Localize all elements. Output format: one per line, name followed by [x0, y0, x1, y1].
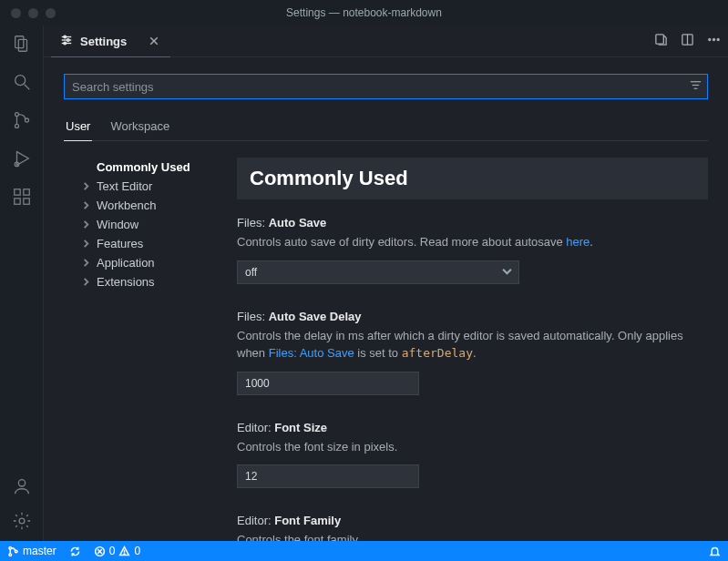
settings-tab-icon — [60, 34, 73, 49]
scope-tabs: User Workspace — [64, 116, 708, 141]
svg-point-33 — [9, 553, 12, 556]
setting-title: Files: Auto Save Delay — [237, 310, 708, 323]
traffic-close[interactable] — [11, 8, 21, 18]
more-actions-icon[interactable] — [707, 33, 721, 49]
activitybar — [0, 26, 44, 541]
chevron-right-icon — [82, 182, 91, 190]
setting-title: Editor: Font Size — [237, 421, 708, 434]
svg-point-14 — [19, 518, 25, 524]
svg-rect-0 — [15, 36, 23, 48]
statusbar: master 0 0 — [0, 541, 728, 561]
setting-title: Editor: Font Family — [237, 514, 708, 527]
chevron-right-icon — [82, 201, 91, 209]
chevron-right-icon — [82, 259, 91, 267]
gear-icon[interactable] — [11, 510, 33, 532]
setting-description: Controls auto save of dirty editors. Rea… — [237, 233, 708, 251]
setting-editor-font-family: Editor: Font Family Controls the font fa… — [237, 514, 708, 541]
autosave-docs-link[interactable]: here — [566, 235, 590, 249]
main: Settings — [0, 26, 728, 541]
svg-rect-12 — [23, 189, 28, 195]
svg-point-13 — [18, 480, 25, 486]
traffic-minimize[interactable] — [28, 8, 38, 18]
tab-workspace[interactable]: Workspace — [108, 116, 171, 140]
titlebar: Settings — notebook-markdown — [0, 0, 728, 26]
settings-search — [64, 74, 708, 99]
status-sync[interactable] — [69, 546, 81, 557]
tab-settings[interactable]: Settings — [51, 26, 170, 56]
tab-user[interactable]: User — [64, 116, 92, 140]
status-branch[interactable]: master — [7, 545, 56, 557]
svg-rect-23 — [656, 35, 663, 44]
settings-content: Commonly Used Text Editor Workbench Wind… — [64, 158, 708, 541]
svg-point-39 — [124, 553, 125, 554]
svg-rect-1 — [18, 39, 26, 51]
toc-text-editor[interactable]: Text Editor — [64, 177, 219, 196]
toc-window[interactable]: Window — [64, 215, 219, 234]
svg-point-32 — [9, 546, 12, 549]
setting-editor-font-size: Editor: Font Size Controls the font size… — [237, 421, 708, 489]
section-header: Commonly Used — [237, 158, 708, 199]
setting-files-auto-save: Files: Auto Save Controls auto save of d… — [237, 216, 708, 284]
auto-save-select[interactable]: off — [237, 260, 519, 284]
svg-line-3 — [24, 85, 29, 90]
svg-rect-9 — [14, 189, 19, 195]
status-notifications[interactable] — [709, 546, 721, 557]
open-settings-json-icon[interactable] — [654, 33, 668, 49]
setting-title: Files: Auto Save — [237, 216, 708, 230]
setting-description: Controls the font size in pixels. — [237, 438, 708, 456]
tab-label: Settings — [80, 35, 127, 48]
auto-save-delay-input[interactable] — [237, 372, 419, 395]
settings-toc: Commonly Used Text Editor Workbench Wind… — [64, 158, 219, 541]
svg-point-28 — [717, 38, 719, 40]
chevron-right-icon — [82, 240, 91, 248]
traffic-lights — [0, 8, 56, 18]
toc-extensions[interactable]: Extensions — [64, 272, 219, 291]
setting-description: Controls the font family. — [237, 531, 708, 541]
svg-rect-10 — [14, 199, 19, 204]
svg-point-27 — [713, 38, 714, 40]
svg-point-26 — [709, 38, 711, 40]
extensions-icon[interactable] — [11, 186, 33, 208]
status-problems[interactable]: 0 0 — [94, 545, 140, 557]
run-debug-icon[interactable] — [11, 148, 33, 169]
toc-features[interactable]: Features — [64, 234, 219, 253]
window-title: Settings — notebook-markdown — [0, 6, 728, 19]
toc-commonly-used[interactable]: Commonly Used — [64, 158, 219, 177]
accounts-icon[interactable] — [11, 475, 33, 497]
source-control-icon[interactable] — [11, 109, 33, 131]
tabbar: Settings — [44, 26, 728, 57]
traffic-zoom[interactable] — [46, 8, 56, 18]
svg-rect-11 — [23, 199, 28, 204]
editor-area: Settings — [44, 26, 728, 541]
svg-point-4 — [15, 113, 18, 117]
chevron-right-icon — [82, 278, 91, 286]
chevron-right-icon — [82, 220, 91, 229]
search-icon[interactable] — [11, 71, 33, 93]
settings-list: Commonly Used Files: Auto Save Controls … — [237, 158, 708, 541]
search-input[interactable] — [64, 74, 708, 99]
svg-point-5 — [15, 124, 18, 128]
toc-application[interactable]: Application — [64, 253, 219, 272]
close-icon[interactable] — [147, 34, 161, 48]
explorer-icon[interactable] — [11, 33, 33, 55]
setting-description: Controls the delay in ms after which a d… — [237, 327, 708, 362]
filter-icon[interactable] — [689, 78, 702, 95]
toc-workbench[interactable]: Workbench — [64, 196, 219, 215]
font-size-input[interactable] — [237, 464, 419, 488]
settings-body: User Workspace Commonly Used Text Editor… — [44, 57, 728, 541]
split-editor-icon[interactable] — [681, 33, 694, 49]
svg-point-2 — [15, 76, 25, 86]
setting-files-auto-save-delay: Files: Auto Save Delay Controls the dela… — [237, 310, 708, 395]
auto-save-setting-link[interactable]: Files: Auto Save — [269, 346, 354, 360]
